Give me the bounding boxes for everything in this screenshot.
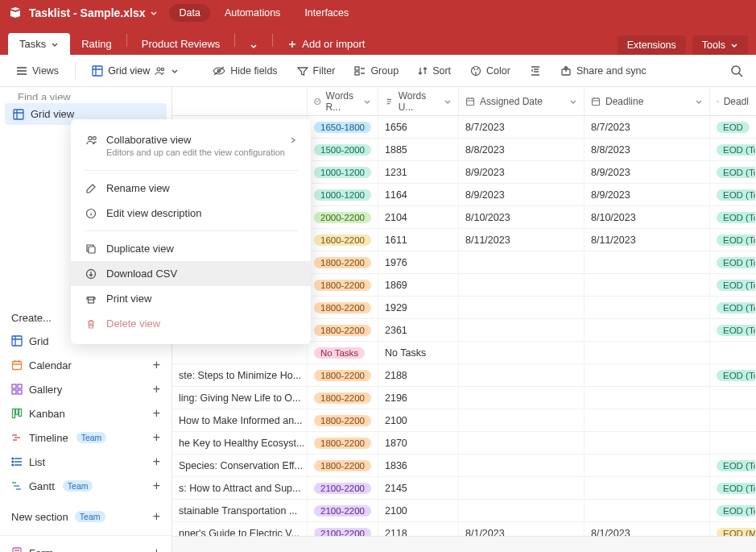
cell-words-requested[interactable]: 1800-2200	[308, 297, 378, 318]
menu-duplicate-view[interactable]: Duplicate view	[71, 236, 311, 261]
cell-deadline-type[interactable]: EOD (To	[710, 364, 755, 386]
header-tab-automations[interactable]: Automations	[215, 4, 290, 22]
cell-deadline-type[interactable]: EOD (To	[710, 477, 755, 499]
chevron-down-icon[interactable]	[363, 98, 371, 106]
create-gantt-button[interactable]: GanttTeam+	[0, 474, 171, 498]
col-header-assigned-date[interactable]: Assigned Date	[459, 87, 585, 115]
header-tab-data[interactable]: Data	[169, 4, 209, 22]
cell-words-requested[interactable]: 1800-2200	[308, 274, 378, 296]
create-calendar-button[interactable]: Calendar+	[0, 353, 171, 377]
cell-deadline[interactable]	[585, 387, 710, 409]
cell-deadline-type[interactable]: EOD (To	[710, 454, 755, 476]
hide-fields-button[interactable]: Hide fields	[204, 61, 285, 81]
cell-deadline[interactable]	[585, 364, 710, 386]
cell-words-used[interactable]: 2104	[378, 206, 459, 228]
table-row[interactable]: No TasksNo Tasks	[172, 342, 756, 364]
nav-product-reviews[interactable]: Product Reviews	[130, 33, 232, 55]
col-header-deadline-type[interactable]: Deadl	[710, 87, 755, 115]
cell-deadline-type[interactable]: EOD (To	[710, 500, 755, 521]
cell-title[interactable]: s: How to Attract and Sup...	[172, 477, 308, 499]
cell-deadline[interactable]	[585, 409, 710, 431]
cell-words-used[interactable]: No Tasks	[378, 342, 459, 363]
table-row[interactable]: Species: Conservation Eff...1800-2200183…	[172, 454, 756, 477]
menu-delete-view[interactable]: Delete view	[71, 311, 311, 336]
menu-print-view[interactable]: Print view	[71, 286, 311, 311]
find-view-input[interactable]: Find a view	[0, 93, 71, 100]
col-header-words-requested[interactable]: Words R...	[308, 87, 378, 115]
table-row[interactable]: How to Make Informed an...1800-22002100	[172, 409, 756, 432]
cell-title[interactable]: stainable Transportation ...	[172, 500, 308, 521]
menu-rename-view[interactable]: Rename view	[71, 176, 311, 201]
cell-deadline[interactable]	[585, 477, 710, 499]
cell-deadline[interactable]	[585, 274, 710, 296]
cell-assigned-date[interactable]: 8/7/2023	[459, 116, 585, 138]
cell-deadline[interactable]: 8/9/2023	[585, 161, 710, 183]
nav-rating[interactable]: Rating	[70, 33, 123, 55]
cell-title[interactable]: How to Make Informed an...	[172, 409, 308, 431]
cell-words-requested[interactable]: 2000-2200	[308, 206, 378, 228]
cell-words-used[interactable]: 1836	[378, 454, 459, 476]
tools-button[interactable]: Tools	[692, 35, 748, 55]
cell-words-used[interactable]: 1656	[378, 116, 459, 138]
cell-deadline-type[interactable]: EOD (To	[710, 251, 755, 273]
cell-words-requested[interactable]: 1500-2000	[308, 139, 378, 160]
cell-deadline[interactable]	[585, 342, 710, 363]
color-button[interactable]: Color	[462, 61, 518, 81]
cell-title[interactable]: ling: Giving New Life to O...	[172, 387, 308, 409]
cell-assigned-date[interactable]	[459, 342, 585, 363]
cell-assigned-date[interactable]	[459, 251, 585, 273]
extensions-button[interactable]: Extensions	[618, 35, 686, 55]
cell-words-used[interactable]: 1929	[378, 297, 459, 318]
cell-title[interactable]: ste: Steps to Minimize Ho...	[172, 364, 308, 386]
cell-assigned-date[interactable]	[459, 364, 585, 386]
base-title-chevron-icon[interactable]	[150, 9, 158, 17]
cell-words-used[interactable]: 1976	[378, 251, 459, 273]
col-header-deadline[interactable]: Deadline	[585, 87, 710, 115]
cell-assigned-date[interactable]	[459, 454, 585, 476]
cell-words-requested[interactable]: 1800-2200	[308, 251, 378, 273]
cell-deadline[interactable]: 8/10/2023	[585, 206, 710, 228]
cell-words-used[interactable]: 1869	[378, 274, 459, 296]
cell-title[interactable]: he Key to Healthy Ecosyst...	[172, 432, 308, 454]
cell-words-used[interactable]: 2361	[378, 319, 459, 341]
cell-deadline-type[interactable]	[710, 432, 755, 454]
cell-words-requested[interactable]: 2100-2200	[308, 477, 378, 499]
cell-deadline-type[interactable]	[710, 409, 755, 431]
base-title[interactable]: Tasklist - Sample.xlsx	[29, 6, 145, 19]
menu-edit-description[interactable]: Edit view description	[71, 201, 311, 226]
header-tab-interfaces[interactable]: Interfaces	[295, 4, 358, 22]
cell-title[interactable]	[172, 342, 308, 363]
cell-deadline-type[interactable]: EOD (To	[710, 319, 755, 341]
table-tab-tasks[interactable]: Tasks	[8, 33, 70, 55]
cell-words-requested[interactable]: 1600-2200	[308, 229, 378, 251]
cell-words-requested[interactable]: 1800-2200	[308, 364, 378, 386]
cell-words-requested[interactable]: 1000-1200	[308, 161, 378, 183]
col-header-words-used[interactable]: Words U...	[378, 87, 459, 115]
cell-deadline[interactable]	[585, 251, 710, 273]
cell-deadline-type[interactable]	[710, 342, 755, 363]
views-toggle-button[interactable]: Views	[8, 61, 67, 81]
cell-assigned-date[interactable]	[459, 409, 585, 431]
cell-words-requested[interactable]: 1800-2200	[308, 454, 378, 476]
cell-assigned-date[interactable]	[459, 274, 585, 296]
cell-assigned-date[interactable]: 8/9/2023	[459, 184, 585, 205]
cell-words-used[interactable]: 1231	[378, 161, 459, 183]
add-or-import-button[interactable]: Add or import	[276, 33, 376, 55]
create-kanban-button[interactable]: Kanban+	[0, 401, 171, 425]
table-row[interactable]: stainable Transportation ...2100-2200210…	[172, 500, 756, 522]
menu-download-csv[interactable]: Download CSV	[71, 261, 311, 286]
cell-words-requested[interactable]: 2100-2200	[308, 500, 378, 521]
create-form-button[interactable]: Form +	[0, 541, 171, 552]
cell-words-used[interactable]: 2145	[378, 477, 459, 499]
menu-collaborative-view[interactable]: Collaborative view Editors and up can ed…	[71, 127, 311, 165]
nav-more-chevron[interactable]	[238, 37, 269, 55]
cell-deadline[interactable]: 8/9/2023	[585, 184, 710, 205]
chevron-down-icon[interactable]	[569, 98, 577, 106]
create-timeline-button[interactable]: TimelineTeam+	[0, 425, 171, 450]
cell-deadline-type[interactable]	[710, 387, 755, 409]
cell-assigned-date[interactable]	[459, 477, 585, 499]
sort-button[interactable]: Sort	[410, 61, 459, 81]
col-header-title[interactable]	[172, 87, 308, 115]
cell-deadline[interactable]	[585, 297, 710, 318]
cell-assigned-date[interactable]: 8/10/2023	[459, 206, 585, 228]
